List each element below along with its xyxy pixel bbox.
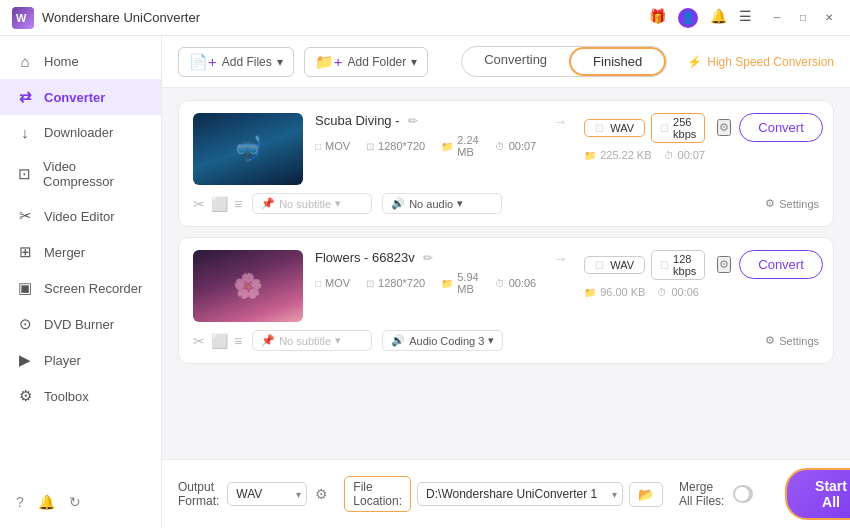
add-folder-button[interactable]: 📁+ Add Folder ▾ — [304, 47, 428, 77]
file-settings-icon-2[interactable]: ⚙ — [717, 256, 731, 273]
edit-icon-1[interactable]: ✏ — [408, 114, 418, 128]
lightning-icon: ⚡ — [687, 55, 702, 69]
help-icon[interactable]: ? — [16, 494, 24, 510]
edit-icon-2[interactable]: ✏ — [423, 251, 433, 265]
refresh-icon[interactable]: ↻ — [69, 494, 81, 510]
settings-button-2[interactable]: ⚙ Settings — [765, 334, 819, 347]
settings-gear-icon[interactable]: ⚙ — [315, 486, 328, 502]
high-speed-button[interactable]: ⚡ High Speed Conversion — [687, 55, 834, 69]
sidebar-label-recorder: Screen Recorder — [44, 281, 142, 296]
list-icon-2[interactable]: ≡ — [234, 333, 242, 349]
player-icon: ▶ — [16, 351, 34, 369]
toolbox-icon: ⚙ — [16, 387, 34, 405]
audio-dropdown-1[interactable]: 🔊 No audio ▾ — [382, 193, 502, 214]
add-folder-chevron: ▾ — [411, 55, 417, 69]
sidebar-item-toolbox[interactable]: ⚙ Toolbox — [0, 378, 161, 414]
sidebar: ⌂ Home ⇄ Converter ↓ Downloader ⊡ Video … — [0, 36, 162, 528]
convert-button-2[interactable]: Convert — [739, 250, 823, 279]
add-files-chevron: ▾ — [277, 55, 283, 69]
sidebar-item-home[interactable]: ⌂ Home — [0, 44, 161, 79]
compressor-icon: ⊡ — [16, 165, 33, 183]
sidebar-label-merger: Merger — [44, 245, 85, 260]
file-info-1: Scuba Diving - ✏ □ MOV ⊡ 1280*720 — [315, 113, 536, 158]
file-card-2-top: 🌸 Flowers - 66823v ✏ □ MOV — [193, 250, 819, 322]
output-format-badge-2: ☐ WAV — [584, 256, 645, 274]
file-actions-1: ⚙ Convert — [717, 113, 823, 142]
file-location-label[interactable]: File Location: — [344, 476, 411, 512]
file-meta-1: □ MOV ⊡ 1280*720 📁 2.24 MB — [315, 134, 536, 158]
file-settings-icon-1[interactable]: ⚙ — [717, 119, 731, 136]
copy-icon-2[interactable]: ⬜ — [211, 333, 228, 349]
sidebar-label-home: Home — [44, 54, 79, 69]
file-location-row: File Location: D:\Wondershare UniConvert… — [344, 476, 663, 512]
source-size-2: 📁 5.94 MB — [441, 271, 478, 295]
file-thumb-1: 🤿 — [193, 113, 303, 185]
file-list: 🤿 Scuba Diving - ✏ □ MOV — [162, 88, 850, 459]
sidebar-item-dvd-burner[interactable]: ⊙ DVD Burner — [0, 306, 161, 342]
card-action-icons-1: ✂ ⬜ ≡ — [193, 196, 242, 212]
sidebar-label-player: Player — [44, 353, 81, 368]
subtitle-pin-icon-2: 📌 — [261, 334, 275, 347]
sidebar-label-dvd: DVD Burner — [44, 317, 114, 332]
maximize-button[interactable]: □ — [794, 9, 812, 27]
convert-button-1[interactable]: Convert — [739, 113, 823, 142]
file-actions-2: ⚙ Convert — [717, 250, 823, 279]
file-thumb-2: 🌸 — [193, 250, 303, 322]
scissors-icon-1[interactable]: ✂ — [193, 196, 205, 212]
menu-icon[interactable]: ☰ — [739, 8, 752, 28]
content-area: 📄+ Add Files ▾ 📁+ Add Folder ▾ Convertin… — [162, 36, 850, 528]
merge-row: Merge All Files: — [679, 480, 753, 508]
file-path-select[interactable]: D:\Wondershare UniConverter 1 — [417, 482, 623, 506]
source-format-2: □ MOV — [315, 271, 350, 295]
sidebar-item-converter[interactable]: ⇄ Converter — [0, 79, 161, 115]
file-meta-2: □ MOV ⊡ 1280*720 📁 5.94 MB — [315, 271, 536, 295]
file-card-2-bottom: ✂ ⬜ ≡ 📌 No subtitle ▾ 🔊 Audio Coding 3 ▾ — [193, 330, 819, 351]
editor-icon: ✂ — [16, 207, 34, 225]
sidebar-item-screen-recorder[interactable]: ▣ Screen Recorder — [0, 270, 161, 306]
add-files-button[interactable]: 📄+ Add Files ▾ — [178, 47, 294, 77]
browse-folder-button[interactable]: 📂 — [629, 482, 663, 507]
converter-icon: ⇄ — [16, 88, 34, 106]
sidebar-item-video-editor[interactable]: ✂ Video Editor — [0, 198, 161, 234]
bell-icon[interactable]: 🔔 — [710, 8, 727, 28]
user-icon[interactable]: 👤 — [678, 8, 698, 28]
notification-icon[interactable]: 🔔 — [38, 494, 55, 510]
tab-converting[interactable]: Converting — [462, 47, 569, 76]
output-format-select[interactable]: WAV MP3 AAC FLAC — [227, 482, 307, 506]
merge-toggle[interactable] — [733, 485, 753, 503]
app-title: Wondershare UniConverter — [42, 10, 649, 25]
sidebar-item-player[interactable]: ▶ Player — [0, 342, 161, 378]
high-speed-label: High Speed Conversion — [707, 55, 834, 69]
subtitle-dropdown-2[interactable]: 📌 No subtitle ▾ — [252, 330, 372, 351]
start-all-button[interactable]: Start All — [785, 468, 850, 520]
arrow-icon-2: → — [552, 250, 568, 268]
settings-button-1[interactable]: ⚙ Settings — [765, 197, 819, 210]
titlebar-icon-group: 🎁 👤 🔔 ☰ — [649, 8, 752, 28]
sidebar-item-downloader[interactable]: ↓ Downloader — [0, 115, 161, 150]
output-kbps-badge-1: ☐ 256 kbps — [651, 113, 705, 143]
window-controls: ─ □ ✕ — [768, 9, 838, 27]
subtitle-dropdown-1[interactable]: 📌 No subtitle ▾ — [252, 193, 372, 214]
output-secondary-1: 📁 225.22 KB ⏱ 00:07 — [584, 149, 705, 161]
sidebar-item-merger[interactable]: ⊞ Merger — [0, 234, 161, 270]
audio-dropdown-2[interactable]: 🔊 Audio Coding 3 ▾ — [382, 330, 503, 351]
tab-group: Converting Finished — [461, 46, 667, 77]
gift-icon[interactable]: 🎁 — [649, 8, 666, 28]
sidebar-label-compressor: Video Compressor — [43, 159, 145, 189]
minimize-button[interactable]: ─ — [768, 9, 786, 27]
sidebar-item-video-compressor[interactable]: ⊡ Video Compressor — [0, 150, 161, 198]
tab-finished[interactable]: Finished — [569, 47, 666, 76]
sidebar-label-toolbox: Toolbox — [44, 389, 89, 404]
source-duration-2: ⏱ 00:06 — [495, 271, 537, 295]
audio-icon-1: 🔊 — [391, 197, 405, 210]
close-button[interactable]: ✕ — [820, 9, 838, 27]
output-kbps-badge-2: ☐ 128 kbps — [651, 250, 705, 280]
copy-icon-1[interactable]: ⬜ — [211, 196, 228, 212]
file-card-1: 🤿 Scuba Diving - ✏ □ MOV — [178, 100, 834, 227]
scissors-icon-2[interactable]: ✂ — [193, 333, 205, 349]
sidebar-nav: ⌂ Home ⇄ Converter ↓ Downloader ⊡ Video … — [0, 44, 161, 484]
file-name-1: Scuba Diving - — [315, 113, 400, 128]
dvd-icon: ⊙ — [16, 315, 34, 333]
source-duration-1: ⏱ 00:07 — [495, 134, 537, 158]
list-icon-1[interactable]: ≡ — [234, 196, 242, 212]
